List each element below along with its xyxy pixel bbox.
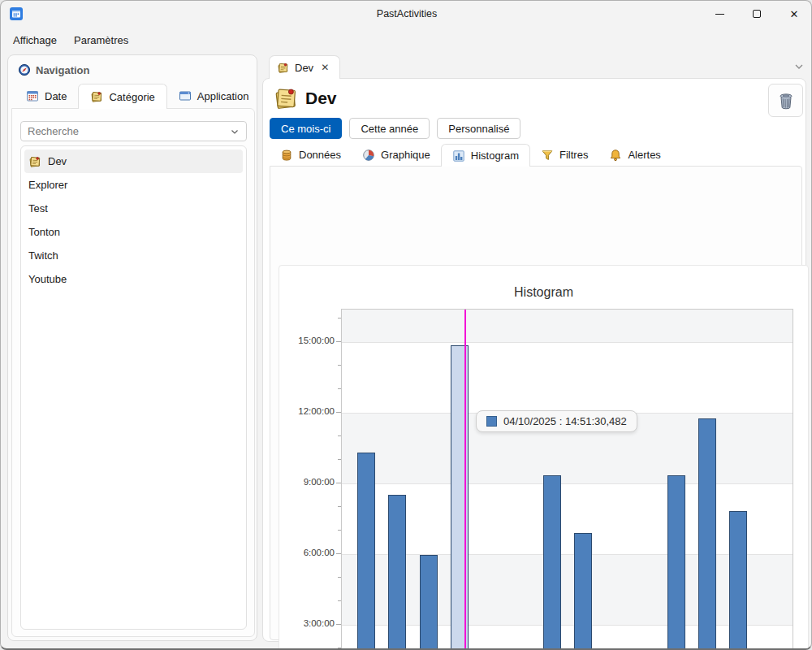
y-axis-tick [338,318,341,318]
list-item-explorer[interactable]: Explorer [24,173,243,197]
y-axis-tick [338,600,341,601]
y-axis-tick-label: 6:00:00 [279,548,335,557]
chart-tooltip: 04/10/2025 : 14:51:30,482 [476,410,637,432]
tab-filtres[interactable]: Filtres [530,144,598,166]
menu-item-affichage[interactable]: Affichage [8,32,62,49]
list-item-tonton[interactable]: Tonton [24,220,243,244]
list-item-label: Test [28,202,48,214]
tab-categorie[interactable]: Catégorie [78,84,166,109]
document-tab-dev[interactable]: Dev ✕ [269,55,340,79]
list-item-dev[interactable]: Dev [24,150,243,173]
main-panel: Dev Ce mois-ci Cette année Personnalisé [262,78,806,642]
menu-item-parametres[interactable]: Paramètres [69,32,133,49]
list-item-twitch[interactable]: Twitch [24,244,243,267]
delete-button[interactable] [768,84,803,117]
navigation-header: Navigation [18,63,89,76]
bar-chart-icon [452,150,465,162]
list-item-label: Tonton [28,226,60,238]
navigation-tab-content: Recherche Dev Explorer Test Tonton T [11,108,255,637]
y-axis-tick-label: 15:00:00 [279,336,335,345]
menu-bar: Affichage Paramètres [1,27,812,51]
histogram-bar[interactable] [667,475,685,650]
histogram-bar[interactable] [420,555,438,650]
maximize-icon [753,10,761,18]
tab-date[interactable]: Date [15,84,78,108]
tab-categorie-label: Catégorie [109,91,154,103]
sticky-note-icon [90,90,103,103]
histogram-bar[interactable] [729,511,747,650]
calendar-icon [26,89,39,102]
sticky-note-icon [273,85,299,111]
tab-graphique[interactable]: Graphique [352,144,441,166]
range-button-this-month[interactable]: Ce mois-ci [270,118,342,139]
tab-application-label: Application [197,90,249,102]
histogram-bar[interactable] [388,495,406,650]
y-axis-tick [338,459,341,460]
maximize-button[interactable] [738,1,775,27]
list-item-label: Youtube [28,273,67,285]
y-axis-tick [338,530,341,531]
tab-filtres-label: Filtres [559,149,588,161]
date-range-buttons: Ce mois-ci Cette année Personnalisé [270,118,520,139]
y-axis-tick [336,483,341,483]
app-window: PastActivities ✕ Affichage Paramètres Na… [0,0,812,650]
sticky-note-icon [277,62,289,74]
y-axis-tick [338,648,341,648]
view-tabs: Données Graphique Histogram [270,144,672,166]
crosshair-line [464,310,466,650]
list-item-test[interactable]: Test [24,197,243,220]
histogram-bar[interactable] [357,453,375,650]
trash-icon [776,91,796,110]
tabstrip-chevron-down-icon[interactable] [792,59,806,74]
document-tab-label: Dev [295,62,313,74]
y-axis-tick [338,436,341,436]
y-axis-tick [338,388,341,389]
chart-title: Histogram [279,285,808,300]
tooltip-series-swatch [486,416,497,427]
y-axis-tick [336,624,341,625]
minimize-button[interactable] [701,1,738,27]
histogram-bar[interactable] [698,418,716,650]
histogram-tab-content: Histogram 0:00:003:00:006:00:009:00:0012… [270,166,802,640]
histogram-bar[interactable] [543,475,561,650]
y-axis-tick [336,412,341,413]
database-icon [280,149,293,162]
tab-close-icon[interactable]: ✕ [321,62,329,73]
app-window-icon [179,89,192,102]
close-button[interactable]: ✕ [775,1,812,27]
title-bar: PastActivities ✕ [1,1,812,27]
category-list: Dev Explorer Test Tonton Twitch Youtube [20,145,247,630]
range-button-this-year[interactable]: Cette année [349,118,430,139]
navigation-tabs: Date Catégorie Application [15,84,260,108]
page-title: Dev [305,89,337,108]
compass-icon [18,63,31,76]
search-input[interactable]: Recherche [20,121,247,141]
plot-band [342,310,793,342]
list-item-label: Dev [48,155,67,167]
gridline [342,625,793,626]
list-item-label: Twitch [28,249,58,262]
plot-area [341,309,793,650]
tab-histogram[interactable]: Histogram [441,144,530,167]
tab-donnees-label: Données [299,149,341,161]
y-axis-tick [336,553,341,554]
gridline [342,342,793,343]
navigation-header-label: Navigation [36,64,89,76]
gridline [342,483,793,484]
gridline [342,554,793,555]
tab-application[interactable]: Application [167,84,261,108]
tab-date-label: Date [45,90,67,102]
y-axis-tick-label: 12:00:00 [279,406,335,416]
list-item-youtube[interactable]: Youtube [24,267,243,291]
y-axis-tick [338,506,341,507]
chevron-down-icon[interactable] [230,127,240,136]
list-item-label: Explorer [28,179,67,191]
tab-alertes[interactable]: Alertes [598,144,671,166]
histogram-bar[interactable] [574,533,592,650]
tab-donnees[interactable]: Données [270,144,352,166]
y-axis-tick [336,341,341,342]
range-button-custom[interactable]: Personnalisé [437,118,520,139]
funnel-icon [541,149,554,162]
bell-icon [609,149,622,162]
minimize-icon [715,14,724,15]
